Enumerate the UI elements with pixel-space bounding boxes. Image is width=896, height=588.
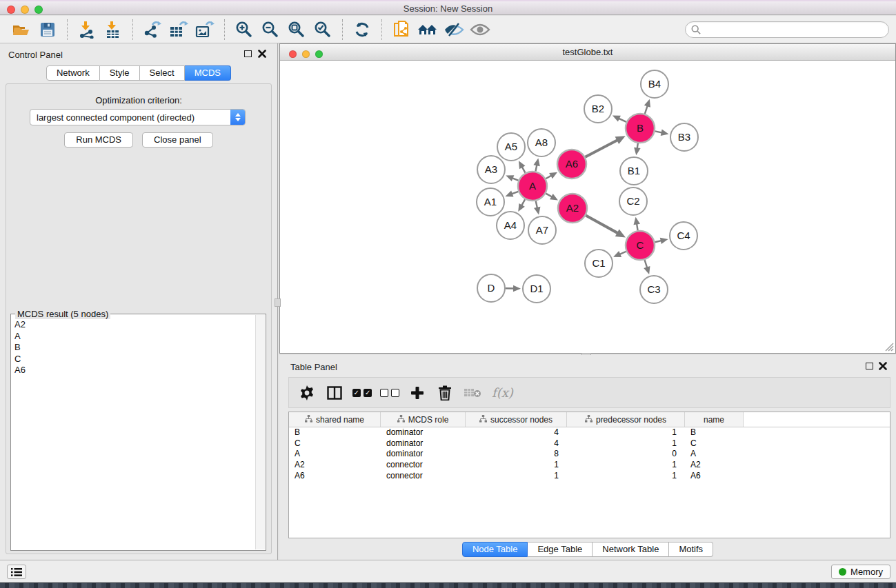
table-row[interactable]: A6connector11A6 [289,471,890,482]
table-cell[interactable]: A [685,449,744,460]
network-graph[interactable]: B4B2BB3A5A8A6A3AB1A1C2A2A4A7C4CC1C3DD1 [280,61,895,353]
network-view-window: testGlobe.txt B4B2BB3A5A8A6A3AB1A1C2A2A4… [279,43,896,354]
table-row[interactable]: Adominator80A [289,449,890,460]
table-cell[interactable]: A6 [685,471,744,482]
zoom-out-icon[interactable] [257,19,283,41]
table-tabs: Node TableEdge TableNetwork TableMotifs [279,542,896,557]
gear-icon[interactable] [295,381,319,405]
eye-icon[interactable] [467,19,493,41]
node-label-A2: A2 [566,202,579,214]
edge-A2-C[interactable] [586,216,618,234]
vertical-divider-grip[interactable] [275,298,281,307]
close-panel-button[interactable]: Close panel [142,132,213,148]
hierarchy-icon [585,415,593,425]
table-cell[interactable]: 4 [466,427,567,438]
table-cell[interactable]: C [685,438,744,449]
run-mcds-button[interactable]: Run MCDS [64,132,133,148]
table-cell[interactable]: A [289,449,381,460]
table-cell[interactable]: connector [381,471,466,482]
tab-style[interactable]: Style [100,65,140,81]
table-cell[interactable]: 0 [567,449,685,460]
tab-node-table[interactable]: Node Table [462,542,528,557]
table-cell[interactable]: dominator [381,438,466,449]
split-columns-icon[interactable] [322,381,347,405]
result-item[interactable]: A6 [14,365,254,376]
tab-network[interactable]: Network [46,65,100,81]
memory-label: Memory [850,567,883,577]
duplicate-network-icon[interactable] [388,19,415,41]
float-panel-icon[interactable] [866,363,873,369]
zoom-selected-icon[interactable] [310,19,336,41]
search-input[interactable] [704,25,883,35]
mcds-result-list[interactable]: A2ABCA6 [14,319,254,549]
column-header-predecessor-nodes[interactable]: predecessor nodes [567,412,685,427]
hierarchy-icon [397,415,405,425]
column-header-shared-name[interactable]: shared name [289,412,381,427]
table-cell[interactable]: A2 [685,460,744,471]
table-cell[interactable]: dominator [381,449,466,460]
table-cell[interactable]: 1 [466,471,567,482]
mcds-result-title: MCDS result (5 nodes) [15,309,110,319]
network-canvas[interactable]: B4B2BB3A5A8A6A3AB1A1C2A2A4A7C4CC1C3DD1 [280,61,895,353]
close-panel-icon[interactable] [879,362,887,370]
tab-motifs[interactable]: Motifs [669,542,713,557]
checked-boxes-icon[interactable]: ✓ ✓ [350,381,375,405]
edge-B-B4[interactable] [645,105,648,114]
float-panel-icon[interactable] [244,50,252,57]
result-item[interactable]: A2 [14,319,254,331]
export-table-icon[interactable] [166,19,192,41]
table-cell[interactable]: 1 [466,460,567,471]
table-row[interactable]: Cdominator41C [289,438,890,449]
table-cell[interactable]: C [289,438,381,449]
tab-network-table[interactable]: Network Table [593,542,669,557]
table-row[interactable]: Bdominator41B [289,427,890,438]
home-icon[interactable] [415,19,441,41]
export-image-icon[interactable] [192,19,218,41]
result-scrollbar[interactable] [255,315,265,549]
table-cell[interactable]: connector [381,460,466,471]
import-network-icon[interactable] [74,19,100,41]
table-cell[interactable]: 8 [466,449,567,460]
result-item[interactable]: C [14,354,254,365]
table-cell[interactable]: A6 [289,471,381,482]
memory-button[interactable]: Memory [831,565,890,579]
import-table-icon[interactable] [100,19,126,41]
refresh-icon[interactable] [349,19,375,41]
add-icon[interactable] [405,381,430,405]
result-item[interactable]: A [14,331,254,343]
table-cell[interactable]: 1 [567,471,685,482]
column-header-successor-nodes[interactable]: successor nodes [466,412,567,427]
save-session-icon[interactable] [34,19,61,41]
table-cell[interactable]: 1 [567,460,685,471]
optimization-criterion-dropdown[interactable]: largest connected component (directed) [30,109,246,125]
column-header-MCDS-role[interactable]: MCDS role [381,412,466,427]
network-window-titlebar[interactable]: testGlobe.txt [280,44,895,61]
table-cell[interactable]: B [289,427,381,438]
search-field[interactable] [685,21,889,38]
trash-icon[interactable] [432,381,457,405]
table-cell[interactable]: 4 [466,438,567,449]
edge-A6-B[interactable] [585,140,618,157]
export-network-icon[interactable] [139,19,166,41]
zoom-fit-icon[interactable] [283,19,310,41]
result-item[interactable]: B [14,342,254,354]
toggle-visibility-icon[interactable] [441,19,467,41]
table-cell[interactable]: dominator [381,427,466,438]
table-cell[interactable]: A2 [289,460,381,471]
table-row[interactable]: A2connector11A2 [289,460,890,471]
table-cell[interactable]: B [685,427,744,438]
column-header-name[interactable]: name [685,412,744,427]
tab-select[interactable]: Select [140,65,185,81]
close-panel-icon[interactable] [258,50,266,58]
node-table[interactable]: shared nameMCDS rolesuccessor nodesprede… [288,412,890,538]
open-session-icon[interactable] [8,19,34,41]
node-label-B2: B2 [592,103,604,114]
resize-grip-icon[interactable] [884,342,894,352]
tab-mcds[interactable]: MCDS [185,65,231,81]
table-cell[interactable]: 1 [567,427,685,438]
zoom-in-icon[interactable] [231,19,257,41]
tab-edge-table[interactable]: Edge Table [528,542,593,557]
task-history-button[interactable] [7,565,26,579]
table-cell[interactable]: 1 [567,438,685,449]
unchecked-boxes-icon[interactable] [377,381,402,405]
